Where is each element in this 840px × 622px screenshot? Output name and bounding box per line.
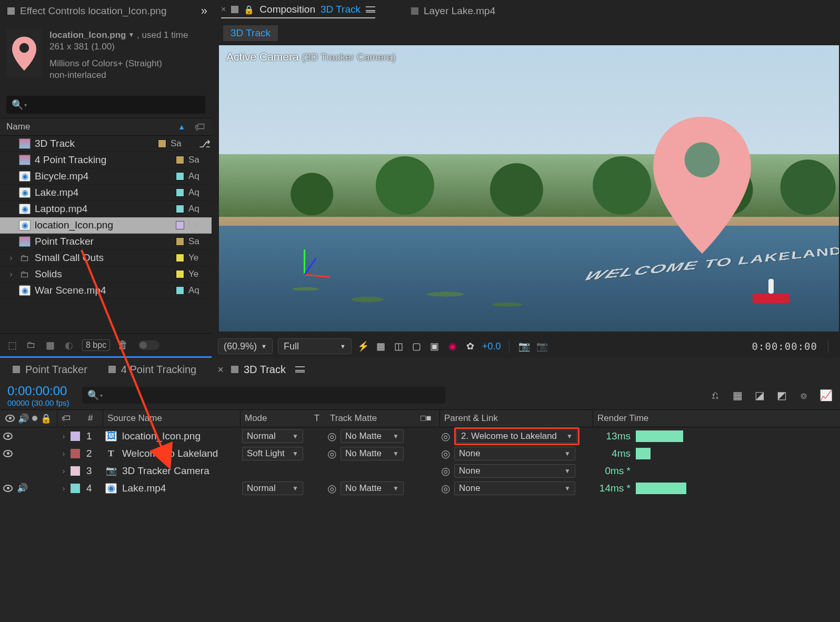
parent-select[interactable]: 2. Welcome to Lakeland▼ bbox=[456, 429, 577, 443]
toggle-mask-icon[interactable]: ▦ bbox=[375, 340, 387, 352]
project-item[interactable]: ›🗀Small Call OutsYe bbox=[0, 250, 212, 266]
visibility-toggle[interactable] bbox=[3, 450, 13, 457]
exposure-reset-icon[interactable]: ✿ bbox=[464, 340, 477, 352]
close-icon[interactable]: × bbox=[217, 364, 224, 376]
layer-row[interactable]: ›2TWelcome to LakelandSoft Light▼◎No Mat… bbox=[0, 445, 840, 462]
toggles-header[interactable]: □■ bbox=[416, 413, 439, 424]
label-color-swatch[interactable] bbox=[176, 156, 184, 164]
project-settings-icon[interactable]: ◐ bbox=[63, 340, 75, 350]
sort-direction-icon[interactable]: ▲ bbox=[178, 123, 185, 131]
toggle-switch[interactable] bbox=[138, 340, 159, 350]
track-matte-select[interactable]: No Matte▼ bbox=[341, 481, 404, 495]
layer-label-color[interactable] bbox=[71, 449, 80, 458]
label-header[interactable]: 🏷 bbox=[57, 413, 84, 424]
lock-icon[interactable]: 🔒 bbox=[244, 5, 254, 15]
panel-overflow-icon[interactable]: » bbox=[201, 4, 204, 18]
project-bit-depth[interactable]: 8 bpc bbox=[82, 339, 110, 351]
flowchart-comp-button[interactable]: 3D Track bbox=[223, 25, 278, 41]
audio-toggle[interactable]: 🔊 bbox=[17, 483, 28, 494]
project-item[interactable]: ›🗀SolidsYe bbox=[0, 266, 212, 283]
close-icon[interactable]: × bbox=[221, 5, 226, 14]
label-color-swatch[interactable] bbox=[176, 188, 184, 197]
layer-tab[interactable]: Layer Lake.mp4 bbox=[411, 5, 495, 17]
draft-3d-icon[interactable]: ▦ bbox=[731, 389, 744, 402]
panel-menu-icon[interactable] bbox=[366, 6, 375, 13]
label-color-swatch[interactable] bbox=[176, 254, 184, 262]
parent-pickwhip-icon[interactable]: ◎ bbox=[441, 482, 450, 495]
parent-pickwhip-icon[interactable]: ◎ bbox=[441, 430, 450, 443]
trash-icon[interactable]: 🗑 bbox=[117, 339, 128, 351]
blend-mode-select[interactable]: Normal▼ bbox=[242, 481, 303, 495]
project-list-header[interactable]: Name ▲ 🏷 bbox=[0, 118, 212, 136]
track-matte-select[interactable]: No Matte▼ bbox=[341, 429, 404, 443]
composition-viewer[interactable]: Active Camera (3D Tracker Camera) WELCOM… bbox=[219, 45, 839, 332]
new-folder-icon[interactable]: 🗀 bbox=[25, 340, 37, 350]
project-item[interactable]: Point TrackerSa bbox=[0, 234, 212, 250]
label-color-swatch[interactable] bbox=[176, 237, 184, 246]
twirl-icon[interactable]: › bbox=[60, 467, 67, 475]
composition-tab[interactable]: × 🔒 Composition 3D Track bbox=[221, 4, 375, 18]
location-pin-layer[interactable] bbox=[652, 117, 752, 254]
preview-timecode[interactable]: 0:00:00:00 bbox=[752, 340, 817, 352]
new-comp-icon[interactable]: ▦ bbox=[44, 340, 56, 350]
asset-name[interactable]: location_Icon.png ▼ bbox=[49, 29, 134, 41]
show-snapshot-icon[interactable]: 📷 bbox=[536, 340, 548, 352]
pickwhip-icon[interactable]: ◎ bbox=[327, 430, 336, 443]
visibility-toggle[interactable] bbox=[3, 485, 13, 492]
timeline-tab[interactable]: 4 Point Tracking bbox=[108, 364, 196, 376]
current-time[interactable]: 0:00:00:00 00000 (30.00 fps) bbox=[7, 384, 69, 407]
toggle-transparency-icon[interactable]: ⚡ bbox=[357, 340, 369, 352]
snapshot-icon[interactable]: 📷 bbox=[518, 340, 531, 352]
title-safe-icon[interactable]: ▣ bbox=[428, 340, 441, 352]
asset-name-dropdown-icon[interactable]: ▼ bbox=[128, 31, 134, 39]
project-item[interactable]: ◉location_Icon.pngLa bbox=[0, 217, 212, 234]
search-dropdown-icon[interactable]: ▾ bbox=[100, 393, 103, 398]
parent-link-header[interactable]: Parent & Link bbox=[440, 413, 593, 424]
index-header[interactable]: # bbox=[84, 413, 103, 424]
parent-pickwhip-icon[interactable]: ◎ bbox=[441, 447, 450, 460]
layer-label-color[interactable] bbox=[71, 432, 80, 441]
av-header[interactable]: 🔊 🔒 bbox=[0, 413, 57, 424]
project-item[interactable]: 3D TrackSa⎇ bbox=[0, 136, 212, 152]
label-color-swatch[interactable] bbox=[176, 221, 184, 229]
project-search-input[interactable]: 🔍▾ bbox=[6, 96, 205, 114]
label-color-swatch[interactable] bbox=[176, 286, 184, 295]
shy-layers-icon[interactable]: ◪ bbox=[753, 389, 766, 402]
panel-menu-icon[interactable] bbox=[295, 366, 305, 373]
label-color-swatch[interactable] bbox=[176, 172, 184, 180]
project-item[interactable]: 4 Point TrackingSa bbox=[0, 152, 212, 168]
3d-axis-gizmo[interactable] bbox=[293, 243, 330, 280]
parent-pickwhip-icon[interactable]: ◎ bbox=[441, 465, 450, 477]
label-color-swatch[interactable] bbox=[176, 270, 184, 278]
search-dropdown-icon[interactable]: ▾ bbox=[24, 102, 27, 108]
resolution-select[interactable]: Full▼ bbox=[278, 338, 352, 354]
mode-header[interactable]: Mode bbox=[241, 413, 308, 424]
track-matte-select[interactable]: No Matte▼ bbox=[341, 447, 404, 460]
blend-mode-select[interactable]: Normal▼ bbox=[242, 429, 303, 443]
timeline-tab[interactable]: ×3D Track bbox=[217, 364, 305, 376]
grid-guides-icon[interactable]: ▢ bbox=[411, 340, 423, 352]
expand-icon[interactable]: › bbox=[7, 270, 15, 278]
graph-editor-icon[interactable]: 📈 bbox=[819, 389, 833, 402]
twirl-icon[interactable]: › bbox=[60, 484, 67, 493]
name-column-header[interactable]: Name bbox=[6, 122, 30, 132]
channel-icon[interactable]: ◉ bbox=[446, 340, 459, 352]
exposure-value[interactable]: +0.0 bbox=[482, 341, 501, 352]
parent-select[interactable]: None▼ bbox=[454, 481, 575, 495]
effect-controls-tab[interactable]: Effect Controls location_Icon.png bbox=[20, 5, 167, 17]
label-color-swatch[interactable] bbox=[176, 205, 184, 213]
twirl-icon[interactable]: › bbox=[60, 449, 67, 458]
project-item[interactable]: ◉Bicycle.mp4Aq bbox=[0, 168, 212, 185]
expand-icon[interactable]: › bbox=[7, 254, 15, 262]
pickwhip-icon[interactable]: ◎ bbox=[327, 482, 336, 495]
twirl-icon[interactable]: › bbox=[60, 432, 67, 440]
parent-select[interactable]: None▼ bbox=[454, 447, 575, 460]
project-item[interactable]: ◉War Scene.mp4Aq bbox=[0, 283, 212, 299]
layer-label-color[interactable] bbox=[71, 466, 80, 476]
zoom-select[interactable]: (60.9%)▼ bbox=[218, 338, 273, 354]
flowchart-icon[interactable]: ⎇ bbox=[199, 138, 211, 150]
tag-column-icon[interactable]: 🏷 bbox=[195, 121, 205, 133]
comp-flowchart-icon[interactable]: ⎌ bbox=[708, 389, 722, 402]
track-matte-header[interactable]: Track Matte bbox=[326, 413, 416, 424]
label-color-swatch[interactable] bbox=[158, 139, 166, 148]
